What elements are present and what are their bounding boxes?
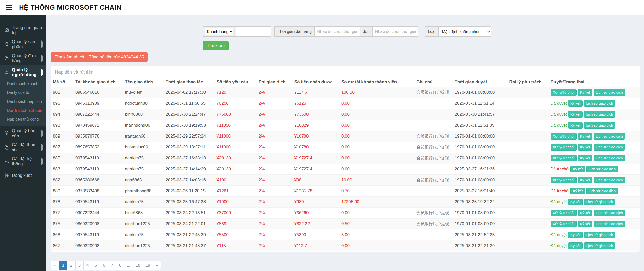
cell-trade-name: binh6868 [123, 109, 164, 120]
bitcoin-icon [4, 42, 10, 47]
sign-button[interactable]: Ký kết [568, 122, 583, 129]
sidebar-subitem-withdrawals[interactable]: Danh sách rút tiền [0, 106, 46, 115]
sidebar-item-label: Cài đặt tham số [12, 142, 41, 153]
sidebar-item-dashboard[interactable]: Trang chủ quản trị [0, 23, 46, 37]
sign-button[interactable]: Ký kết [568, 199, 583, 205]
type-select[interactable]: Mặc định không chọn [438, 26, 491, 37]
table-row: 9010986546016thuydiem2025-04-02 17:17:30… [51, 87, 640, 98]
sidebar-item-products[interactable]: Quản lý sản phẩm [0, 37, 46, 51]
history-button[interactable]: Lịch sử giao dịch [586, 188, 618, 194]
sidebar-item-label: Đăng xuất [12, 173, 32, 178]
sidebar-item-label: Trang chủ quản trị [12, 25, 43, 35]
sidebar-item-users[interactable]: Quản lý người dùng [0, 65, 46, 79]
history-button[interactable]: Lịch sử giao dịch [594, 210, 625, 216]
cell-note [414, 240, 452, 251]
cell-received-amount: ¥10829 [292, 120, 339, 131]
params-icon [4, 145, 10, 150]
history-button[interactable]: Lịch sử giao dịch [584, 232, 616, 238]
sidebar-subitem-deposits[interactable]: Danh sách nạp tiền [0, 97, 46, 106]
page-prev[interactable]: « [51, 261, 59, 270]
history-button[interactable]: Lịch sử giao dịch [584, 242, 616, 249]
search-button[interactable]: Tìm kiếm [203, 41, 229, 50]
process-reject-button[interactable]: Xử lý/Từ chối [551, 155, 577, 161]
sign-button[interactable]: Ký kết [568, 232, 583, 238]
cell-member-balance: 0.00 [339, 240, 414, 251]
cell-request-amount: ¥20130 [215, 153, 257, 164]
keyword-input[interactable] [236, 26, 271, 37]
history-button[interactable]: Lịch sử giao dịch [586, 166, 618, 172]
cell-operation-time: 2025-03-29 18:27:11 [164, 142, 214, 153]
sidebar-item-reports[interactable]: ¥Quản lý báo cáo [0, 126, 46, 140]
history-button[interactable]: Lịch sử giao dịch [594, 221, 625, 227]
sign-button[interactable]: Ký kết [578, 210, 592, 216]
sign-button[interactable]: Ký kết [578, 144, 592, 151]
sidebar-subitem-customers[interactable]: Danh sách khách [0, 79, 46, 88]
sign-button[interactable]: Ký kết [578, 221, 592, 227]
page-1[interactable]: 1 [59, 261, 67, 270]
process-reject-button[interactable]: Xử lý/Từ chối [551, 177, 577, 183]
sidebar-subitem-label: Nạp tiền thủ công [7, 117, 39, 122]
sidebar-item-params[interactable]: Cài đặt tham số [0, 140, 46, 154]
page-7[interactable]: 7 [108, 261, 116, 270]
sign-button[interactable]: Ký kết [578, 133, 592, 140]
process-reject-button[interactable]: Xử lý/Từ chối [551, 144, 577, 151]
pagination: «12345678...1819» [51, 261, 161, 270]
sign-button[interactable]: Ký kết [578, 89, 592, 96]
page-6[interactable]: 6 [100, 261, 108, 270]
sidebar-item-orders[interactable]: Quản lý đơn hàng [0, 51, 46, 65]
time-from-input[interactable] [315, 26, 360, 37]
process-reject-button[interactable]: Xử lý/Từ chối [551, 221, 577, 227]
history-button[interactable]: Lịch sử giao dịch [594, 89, 625, 96]
cell-id: 889 [51, 131, 73, 142]
page-8[interactable]: 8 [116, 261, 124, 270]
column-header: Tên giao dịch [123, 78, 164, 87]
sign-button[interactable]: Ký kết [568, 242, 583, 249]
sign-button[interactable]: Ký kết [578, 177, 592, 183]
cell-actions: Xử lý/Từ chốiKý kếtLịch sử giao dịch [549, 153, 640, 164]
sign-button[interactable]: Ký kết [568, 111, 583, 118]
process-reject-button[interactable]: Xử lý/Từ chối [551, 133, 577, 140]
history-button[interactable]: Lịch sử giao dịch [584, 111, 616, 118]
sidebar-subitem-my-agency[interactable]: Đại lý của tôi [0, 88, 46, 97]
sidebar-item-label: Quản lý người dùng [12, 67, 41, 77]
sign-button[interactable]: Ký kết [570, 166, 585, 172]
cell-account: 0907222444 [73, 109, 123, 120]
page-18[interactable]: 18 [133, 261, 143, 270]
history-button[interactable]: Lịch sử giao dịch [594, 177, 625, 183]
cell-note [414, 186, 452, 197]
history-button[interactable]: Lịch sử giao dịch [584, 122, 616, 129]
time-to-input[interactable] [373, 26, 418, 37]
history-button[interactable]: Lịch sử giao dịch [594, 155, 625, 161]
sign-button[interactable]: Ký kết [578, 155, 592, 161]
column-header: Phí giao dịch [257, 78, 292, 87]
page-19[interactable]: 19 [143, 261, 153, 270]
search-all-button[interactable]: Tìm kiếm tất cả [51, 52, 88, 62]
page-4[interactable]: 4 [83, 261, 92, 270]
cell-id: 882 [51, 175, 73, 186]
process-reject-button[interactable]: Xử lý/Từ chối [551, 89, 577, 96]
process-reject-button[interactable]: Xử lý/Từ chối [551, 210, 577, 216]
history-button[interactable]: Lịch sử giao dịch [584, 199, 616, 205]
cell-approve-time: 1970-01-01 08:00:00 [452, 219, 507, 229]
page-2[interactable]: 2 [67, 261, 76, 270]
cell-member-balance: 10.00 [339, 175, 414, 186]
table-row: 8940907222444binh68682025-03-30 21:24:47… [51, 109, 640, 120]
search-type-select[interactable]: Khách hàng [205, 28, 233, 35]
page-3[interactable]: 3 [75, 261, 84, 270]
sidebar-item-logout[interactable]: Đăng xuất [0, 168, 46, 182]
sidebar-subitem-manual-deposit[interactable]: Nạp tiền thủ công [0, 115, 46, 124]
history-button[interactable]: Lịch sử giao dịch [594, 133, 625, 140]
sign-button[interactable]: Ký kết [568, 100, 583, 107]
hamburger-menu-icon[interactable] [6, 4, 12, 11]
cell-fee: 2% [257, 87, 292, 98]
page-next[interactable]: » [153, 261, 161, 270]
sign-button[interactable]: Ký kết [570, 188, 585, 194]
history-button[interactable]: Lịch sử giao dịch [584, 100, 616, 107]
column-header: Số tiền yêu cầu [215, 78, 257, 87]
cell-account: 0979543119 [73, 229, 123, 240]
page-5[interactable]: 5 [92, 261, 100, 270]
history-button[interactable]: Lịch sử giao dịch [594, 144, 625, 151]
cell-received-amount: ¥1235.78 [292, 186, 339, 197]
sidebar-item-system[interactable]: Cài đặt hệ thống [0, 154, 46, 168]
cell-request-amount: ¥100 [215, 175, 257, 186]
